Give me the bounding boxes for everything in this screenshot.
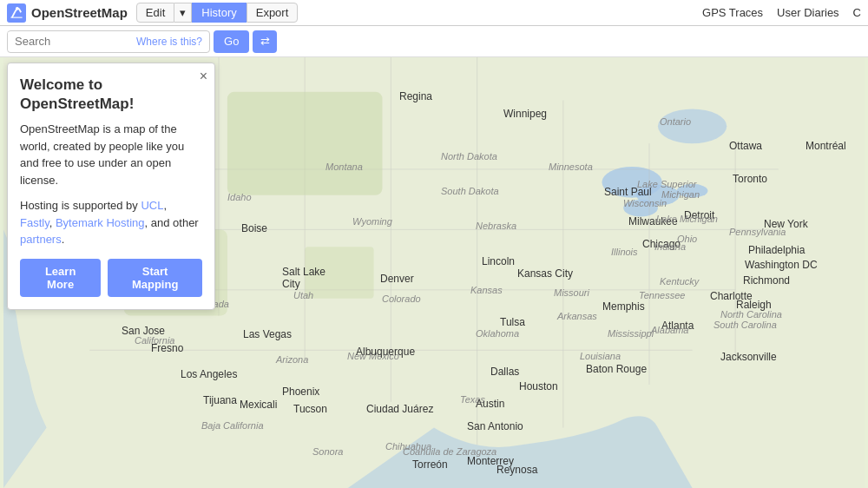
welcome-buttons: Learn More Start Mapping xyxy=(20,259,202,297)
edit-dropdown-button[interactable]: ▾ xyxy=(174,3,192,23)
history-button[interactable]: History xyxy=(192,3,246,23)
app-name: OpenStreetMap xyxy=(31,5,128,20)
svg-rect-0 xyxy=(7,3,26,23)
svg-point-1 xyxy=(16,7,19,10)
fastly-link[interactable]: Fastly xyxy=(20,216,49,229)
partners-link[interactable]: partners xyxy=(20,233,62,246)
more-link[interactable]: C xyxy=(853,6,861,19)
right-nav: GPS Traces User Diaries C xyxy=(702,6,861,19)
svg-point-21 xyxy=(658,109,727,144)
search-input-wrap: Where is this? xyxy=(7,30,210,53)
welcome-title: Welcome toOpenStreetMap! xyxy=(20,76,202,114)
gps-traces-link[interactable]: GPS Traces xyxy=(702,6,763,19)
osm-logo-icon xyxy=(7,3,26,23)
ucl-link[interactable]: UCL xyxy=(141,199,163,212)
search-input[interactable] xyxy=(8,32,129,50)
welcome-description: OpenStreetMap is a map of the world, cre… xyxy=(20,121,202,188)
start-mapping-button[interactable]: Start Mapping xyxy=(108,259,202,297)
svg-rect-18 xyxy=(227,92,383,195)
nav-buttons: Edit ▾ History Export xyxy=(136,3,298,23)
svg-point-6 xyxy=(677,184,708,198)
navbar: OpenStreetMap Edit ▾ History Export GPS … xyxy=(0,0,868,26)
direction-icon: ⇄ xyxy=(260,35,270,48)
user-diaries-link[interactable]: User Diaries xyxy=(777,6,839,19)
svg-rect-20 xyxy=(305,247,373,299)
direction-button[interactable]: ⇄ xyxy=(253,30,277,53)
edit-button[interactable]: Edit xyxy=(136,3,174,23)
go-button[interactable]: Go xyxy=(214,30,249,53)
app-logo: OpenStreetMap xyxy=(7,3,128,23)
where-is-this-link[interactable]: Where is this? xyxy=(129,36,209,48)
search-bar: Where is this? Go ⇄ xyxy=(0,26,868,57)
welcome-panel: × Welcome toOpenStreetMap! OpenStreetMap… xyxy=(7,63,215,310)
bytemark-link[interactable]: Bytemark Hosting xyxy=(56,216,145,229)
svg-point-5 xyxy=(623,200,658,217)
welcome-close-button[interactable]: × xyxy=(200,69,207,84)
learn-more-button[interactable]: Learn More xyxy=(20,259,101,297)
welcome-hosting: Hosting is supported by UCL, Fastly, Byt… xyxy=(20,197,202,248)
export-button[interactable]: Export xyxy=(247,3,299,23)
